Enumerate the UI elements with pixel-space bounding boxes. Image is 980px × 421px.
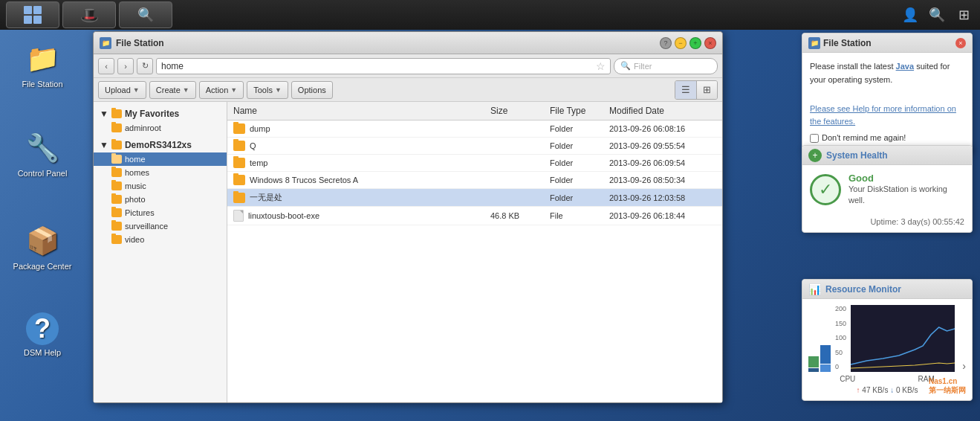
tools-button[interactable]: Tools ▼ — [247, 81, 288, 99]
sidebar-item-adminroot[interactable]: adminroot — [94, 121, 227, 135]
file-type: File — [544, 207, 603, 225]
desktop-icon-control-panel[interactable]: 🔧 Control Panel — [9, 130, 76, 178]
file-name-cell: linuxtousb-boot-exe — [227, 207, 484, 225]
ram-bar — [820, 344, 831, 372]
demo-arrow-icon: ▼ — [100, 140, 108, 150]
tools-arrow-icon: ▼ — [275, 86, 282, 94]
file-name: dump — [250, 124, 270, 133]
user-icon[interactable]: 👤 — [900, 4, 921, 25]
action-button[interactable]: Action ▼ — [199, 81, 244, 99]
help-features-link[interactable]: Please see Help for more information on … — [810, 103, 964, 129]
sidebar-item-music[interactable]: music — [94, 179, 227, 193]
file-modified: 2013-09-26 08:50:34 — [603, 172, 722, 189]
file-modified: 2013-09-26 12:03:58 — [603, 189, 722, 207]
close-button[interactable]: × — [704, 37, 716, 49]
table-row[interactable]: temp Folder 2013-09-26 06:09:54 — [227, 155, 722, 172]
window-title: File Station — [116, 38, 655, 48]
maximize-button[interactable]: + — [689, 37, 701, 49]
create-label: Create — [156, 86, 181, 94]
apps-button[interactable] — [6, 1, 59, 28]
health-title: System Health — [826, 150, 888, 161]
cpu-bar — [808, 356, 819, 372]
window-app-icon: 📁 — [100, 37, 111, 49]
col-size[interactable]: Size — [484, 102, 544, 120]
favorites-label: My Favorites — [125, 109, 179, 119]
file-modified: 2013-09-26 06:18:44 — [603, 207, 722, 225]
sidebar-item-home[interactable]: home — [94, 152, 227, 166]
desktop-icon-file-station[interactable]: 📁 File Station — [9, 41, 76, 89]
file-list: Name Size File Type Modified Date dump — [227, 102, 722, 402]
file-type: Folder — [544, 155, 603, 172]
refresh-button[interactable]: ↻ — [137, 58, 153, 74]
col-name[interactable]: Name — [227, 102, 484, 120]
col-modified[interactable]: Modified Date — [603, 102, 722, 120]
info-text1: Please install the latest — [810, 62, 896, 71]
java-link[interactable]: Java — [896, 62, 914, 71]
taskbar-right: 👤 🔍 ⊞ — [900, 4, 974, 25]
music-label: music — [125, 181, 146, 190]
surveillance-folder-icon — [111, 222, 122, 231]
file-modified: 2013-09-26 06:09:54 — [603, 155, 722, 172]
resource-body: 200 150 100 50 0 › CPU RAM ↑ 47 KB/s — [802, 299, 972, 400]
search-icon[interactable]: 🔍 — [927, 4, 947, 25]
video-folder-icon — [111, 235, 122, 244]
address-bar[interactable]: home ☆ — [156, 58, 611, 74]
col-type[interactable]: File Type — [544, 102, 603, 120]
sidebar-item-surveillance[interactable]: surveillance — [94, 219, 227, 233]
demo-folder-icon — [111, 141, 122, 150]
search-bar[interactable]: 🔍 Filter — [614, 58, 718, 74]
folder-icon — [233, 141, 245, 151]
sidebar-item-homes[interactable]: homes — [94, 166, 227, 179]
sidebar-item-video[interactable]: video — [94, 233, 227, 246]
table-row[interactable]: Q Folder 2013-09-26 09:55:54 — [227, 138, 722, 155]
info-titlebar: 📁 File Station × — [802, 33, 972, 53]
bar-chart — [808, 305, 831, 372]
my-favorites-header[interactable]: ▼ My Favorites — [94, 106, 227, 121]
sidebar-item-pictures[interactable]: Pictures — [94, 206, 227, 219]
file-name: temp — [250, 158, 267, 167]
table-row[interactable]: dump Folder 2013-09-26 06:08:16 — [227, 120, 722, 138]
watermark: Nas1.cn第一纳斯网 — [929, 377, 966, 396]
grid-view-button[interactable]: ⊞ — [696, 81, 717, 99]
package-center-label: Package Center — [13, 262, 72, 271]
demo-label: DemoRS3412xs — [125, 140, 192, 150]
table-row[interactable]: linuxtousb-boot-exe 46.8 KB File 2013-09… — [227, 207, 722, 225]
folder-icon — [233, 193, 245, 203]
options-button[interactable]: Options — [291, 81, 333, 99]
upload-speed: 47 KB/s — [862, 386, 890, 394]
create-button[interactable]: Create ▼ — [149, 81, 196, 99]
control-panel-icon: 🔧 — [25, 130, 60, 166]
create-arrow-icon: ▼ — [183, 86, 189, 94]
download-arrow-icon: ↓ — [890, 386, 894, 394]
window-titlebar: 📁 File Station ? − + × — [94, 32, 722, 54]
remind-checkbox[interactable] — [810, 134, 819, 143]
desktop-icon-dsm-help[interactable]: ? DSM Help — [9, 312, 76, 357]
list-view-button[interactable]: ☰ — [675, 81, 696, 99]
sidebar-item-photo[interactable]: photo — [94, 193, 227, 206]
apps-grid-icon — [24, 6, 42, 24]
upload-arrow-icon: ▼ — [133, 86, 140, 94]
video-label: video — [125, 235, 144, 244]
magic-button[interactable]: 🎩 — [62, 1, 116, 28]
desktop-icon-package-center[interactable]: 📦 Package Center — [9, 223, 76, 271]
file-size — [484, 120, 544, 138]
resource-chevron-icon[interactable]: › — [962, 360, 966, 372]
forward-button[interactable]: › — [117, 58, 134, 74]
minimize-button[interactable]: − — [675, 37, 687, 49]
table-row-selected[interactable]: 一无是处 Folder 2013-09-26 12:03:58 — [227, 189, 722, 207]
options-label: Options — [298, 86, 326, 94]
info-close-button[interactable]: × — [955, 38, 966, 48]
file-size — [484, 138, 544, 155]
grid-icon[interactable]: ⊞ — [953, 4, 974, 25]
search-app-button[interactable]: 🔍 — [119, 1, 172, 28]
help-button[interactable]: ? — [660, 37, 672, 49]
resource-titlebar: 📊 Resource Monitor — [802, 280, 972, 299]
home-folder-icon — [111, 155, 122, 164]
health-status: Good — [848, 173, 964, 184]
demo-header[interactable]: ▼ DemoRS3412xs — [94, 138, 227, 152]
back-button[interactable]: ‹ — [98, 58, 114, 74]
search-placeholder: Filter — [634, 62, 652, 71]
table-row[interactable]: Windows 8 Trucos Secretos A Folder 2013-… — [227, 172, 722, 189]
info-text: Please install the latest Java suited fo… — [810, 60, 964, 86]
upload-button[interactable]: Upload ▼ — [98, 81, 146, 99]
